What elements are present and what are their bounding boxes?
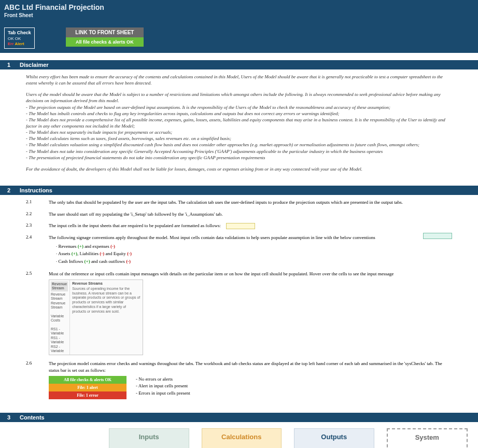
- disclaimer-b6: - The Model calculates valuation using a…: [26, 142, 452, 148]
- teal-cell-icon: [423, 233, 452, 239]
- top-controls: Tab Check OK OK Err Alert LINK TO FRONT …: [4, 27, 474, 49]
- tooltip-right-col: Revenue Streams Sources of operating inc…: [70, 280, 143, 355]
- section-2-bar: 2 Instructions: [0, 186, 478, 195]
- instr-23-text: The input cells in the input sheets that…: [49, 223, 221, 228]
- tab-check-status: OK OK: [8, 36, 31, 41]
- disclaimer-b2: - The Model has inbuilt controls and che…: [26, 110, 452, 117]
- status-ok-bar: All file checks & alerts OK: [49, 376, 126, 384]
- status-bars: All file checks & alerts OK File: 1 aler…: [49, 376, 126, 400]
- file-check-status: All file checks & alerts OK: [66, 37, 144, 47]
- signage-sublist: · Revenues (+) and expenses (-) · Assets…: [56, 243, 452, 265]
- disclaimer-b5: - The Model calculates items such as tax…: [26, 135, 452, 142]
- disclaimer-p3: For the avoidance of doubt, the develope…: [26, 166, 452, 172]
- instr-24: 2.4 The following signage conventions ap…: [26, 234, 452, 265]
- card-system: System sysCheck Holds the master check a…: [387, 428, 468, 448]
- card-calculations: Calculations c_Calculations Calculation …: [202, 428, 282, 448]
- card-outputs: Outputs o_Fin Stats Financial Statement …: [294, 428, 374, 448]
- disclaimer-b3: - The Model does not provide a comprehen…: [26, 117, 452, 129]
- instructions-content: 2.1 The only tabs that should be populat…: [0, 195, 478, 413]
- card-calc-title: Calculations: [221, 433, 261, 441]
- legend-err: - Errors in input cells present: [136, 390, 190, 397]
- disclaimer-p1: Whilst every effort has been made to ens…: [26, 74, 452, 86]
- yellow-input-cell-icon: [226, 223, 255, 229]
- instr-26: 2.6 The projection model contains error …: [26, 360, 452, 399]
- status-block: All file checks & alerts OK File: 1 aler…: [49, 376, 452, 400]
- card-inputs: Inputs i_Setup General inputs for timeli…: [109, 428, 189, 448]
- contents-row: Inputs i_Setup General inputs for timeli…: [0, 422, 478, 448]
- tab-check-title: Tab Check: [8, 30, 31, 35]
- link-box: LINK TO FRONT SHEET All file checks & al…: [66, 27, 144, 47]
- status-legend: - No errors or alerts - Alert in input c…: [136, 376, 190, 397]
- section-1-title: Disclaimer: [20, 62, 49, 68]
- instr-23: 2.3 The input cells in the input sheets …: [26, 222, 452, 229]
- instr-25-text: Most of the reference or input cells con…: [49, 271, 393, 276]
- status-err-bar: File: 1 error: [49, 391, 126, 399]
- disclaimer-b8: - The presentation of projected financia…: [26, 155, 452, 161]
- card-system-title: System: [415, 433, 439, 441]
- instr-21: 2.1 The only tabs that should be populat…: [26, 199, 452, 206]
- section-2-title: Instructions: [20, 187, 52, 193]
- signage-revenues: · Revenues (+) and expenses (-): [56, 243, 452, 250]
- section-1-num: 1: [3, 62, 10, 68]
- instr-24-text: The following signage conventions apply …: [49, 235, 375, 240]
- disclaimer-b1: - The projection outputs of the Model ar…: [26, 104, 452, 110]
- status-alert-bar: File: 1 alert: [49, 384, 126, 391]
- instr-26-text: The projection model contains error chec…: [49, 361, 442, 373]
- instr-25: 2.5 Most of the reference or input cells…: [26, 271, 452, 355]
- card-inputs-title: Inputs: [139, 433, 159, 441]
- card-outputs-title: Outputs: [321, 433, 347, 441]
- tab-check-box: Tab Check OK OK Err Alert: [4, 27, 35, 49]
- disclaimer-p2: Users of the model should be aware that …: [26, 91, 452, 104]
- tooltip-left-col: Revenue Stream Revenue Stream Revenue St…: [49, 280, 70, 355]
- disclaimer-b7: - The Model does not take into considera…: [26, 148, 452, 155]
- disclaimer-b4: - The Model does not separately include …: [26, 129, 452, 135]
- link-to-front-button[interactable]: LINK TO FRONT SHEET: [66, 27, 144, 37]
- page-title: ABC Ltd Financial Projection: [4, 3, 474, 11]
- instr-22: 2.2 The user should start off my populat…: [26, 211, 452, 218]
- section-3-title: Contents: [20, 414, 45, 421]
- section-1-bar: 1 Disclaimer: [0, 60, 478, 69]
- disclaimer-bullets: Users of the model should be aware that …: [26, 91, 452, 161]
- legend-alert: - Alert in input cells present: [136, 383, 190, 390]
- alert-label: Alert: [15, 41, 24, 46]
- signage-cash: · Cash Inflows (+) and cash outflows (-): [56, 258, 452, 265]
- tab-check-err-alert: Err Alert: [8, 41, 31, 46]
- disclaimer-content: Whilst every effort has been made to ens…: [0, 69, 478, 186]
- legend-ok: - No errors or alerts: [136, 376, 190, 383]
- section-3-num: 3: [3, 414, 10, 421]
- header-band: ABC Ltd Financial Projection Front Sheet…: [0, 0, 478, 53]
- section-2-num: 2: [3, 187, 10, 193]
- err-label: Err: [8, 41, 15, 46]
- signage-assets: · Assets (+), Liabilities (-) and Equity…: [56, 250, 452, 257]
- page-subtitle: Front Sheet: [4, 12, 474, 18]
- section-3-bar: 3 Contents: [0, 413, 478, 422]
- tooltip-example: Revenue Stream Revenue Stream Revenue St…: [49, 279, 143, 355]
